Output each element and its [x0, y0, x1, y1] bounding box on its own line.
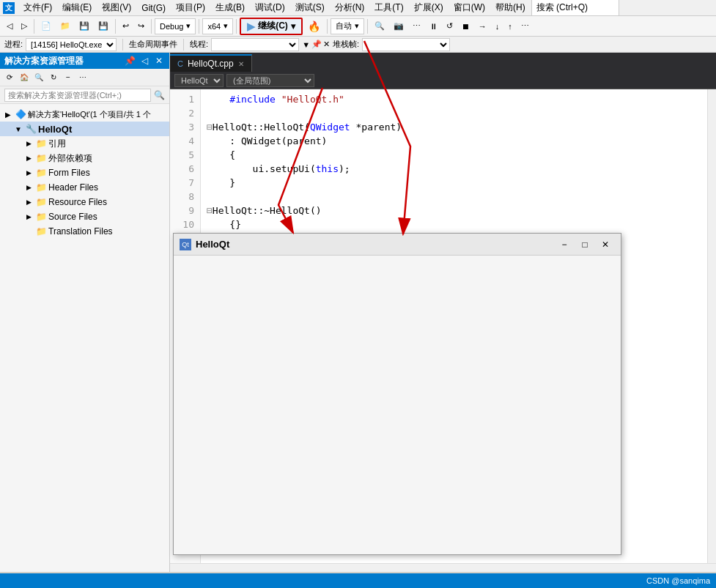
tb-more[interactable]: ⋯: [76, 71, 89, 84]
sidebar-title: 解决方案资源管理器: [4, 55, 84, 67]
toolbar-step-in[interactable]: ↓: [492, 18, 503, 34]
tb-collapse[interactable]: −: [62, 71, 75, 84]
toolbar-back[interactable]: ◁: [3, 18, 16, 34]
auto-hide-icon[interactable]: ◁: [139, 55, 150, 67]
auto-dropdown[interactable]: 自动 ▾: [331, 18, 364, 34]
toolbar-stop[interactable]: ⏹: [458, 18, 473, 34]
toolbar-new[interactable]: 📄: [37, 18, 55, 34]
tb-home[interactable]: 🏠: [18, 71, 31, 84]
ln-4: 4: [170, 134, 200, 148]
separator-7: [367, 19, 368, 34]
expand-icon: ▶: [3, 111, 13, 119]
tree-item-resource[interactable]: ▶ 📁 Resource Files: [0, 195, 169, 209]
separator: [122, 39, 123, 51]
scrollbar-vertical[interactable]: [707, 89, 716, 563]
toolbar-save[interactable]: 💾: [75, 18, 93, 34]
tab-close[interactable]: ✕: [238, 60, 244, 68]
separator-1: [34, 19, 34, 34]
toolbar-undo[interactable]: ↩: [119, 18, 133, 34]
tree-item-translation[interactable]: ▶ 📁 Translation Files: [0, 224, 169, 239]
menu-debug[interactable]: 调试(D): [251, 0, 289, 15]
solution-label: 解决方案'HelloQt'(1 个项目/共 1 个: [28, 109, 151, 120]
toolbar-step-out[interactable]: ↑: [504, 18, 516, 34]
tree-item-source[interactable]: ▶ 📁 Source Files: [0, 209, 169, 224]
tb-filter[interactable]: 🔍: [32, 71, 45, 84]
toolbar-step-over[interactable]: →: [475, 18, 490, 34]
search-input[interactable]: [4, 89, 151, 102]
menu-file[interactable]: 文件(F): [19, 0, 56, 15]
menu-project[interactable]: 项目(P): [171, 0, 210, 15]
sidebar-content: ▶ 🔷 解决方案'HelloQt'(1 个项目/共 1 个 ▼ 🔧 HelloQ…: [0, 104, 169, 572]
menubar: 文 文件(F) 编辑(E) 视图(V) Git(G) 项目(P) 生成(B) 调…: [0, 0, 716, 16]
scrollbar-horizontal[interactable]: [170, 563, 716, 572]
folder-icon-ref: 📁: [35, 138, 47, 149]
tb-refresh[interactable]: ↻: [47, 71, 60, 84]
toolbar-save-all[interactable]: 💾: [95, 18, 112, 34]
restore-button[interactable]: □: [575, 237, 594, 252]
menu-test[interactable]: 测试(S): [291, 0, 329, 15]
chevron-icon3: ▾: [355, 21, 359, 31]
tree-item-ref[interactable]: ▶ 📁 引用: [0, 136, 169, 151]
menu-tools[interactable]: 工具(T): [370, 0, 407, 15]
search-box[interactable]: 搜索 (Ctrl+Q): [531, 0, 619, 16]
project-item[interactable]: ▼ 🔧 HelloQt: [0, 122, 169, 136]
expand-ref: ▶: [23, 140, 34, 147]
menu-edit[interactable]: 编辑(E): [58, 0, 96, 15]
tab-helloqt-cpp[interactable]: C HelloQt.cpp ✕: [170, 54, 252, 72]
float-title-left: Qt HelloQt: [180, 239, 229, 250]
continue-label: 继续(C): [258, 20, 288, 32]
menu-window[interactable]: 窗口(W): [449, 0, 490, 15]
tree-item-form[interactable]: ▶ 📁 Form Files: [0, 165, 169, 180]
code-line-4: : QWidget(parent): [207, 134, 701, 148]
menu-view[interactable]: 视图(V): [97, 0, 136, 15]
continue-button[interactable]: ▶ 继续(C) ▾: [240, 18, 303, 35]
minimize-button[interactable]: −: [555, 237, 574, 252]
expand-header: ▶: [23, 184, 34, 191]
menu-build[interactable]: 生成(B): [211, 0, 249, 15]
folder-icon-resource: 📁: [35, 196, 47, 208]
tree-item-extern[interactable]: ▶ 📁 外部依赖项: [0, 151, 169, 165]
separator-4: [199, 19, 199, 34]
separator-5: [236, 19, 237, 34]
menu-git[interactable]: Git(G): [137, 1, 170, 15]
toolbar-search[interactable]: 🔍: [371, 18, 388, 34]
method-select[interactable]: (全局范围): [226, 74, 314, 87]
code-line-2: [207, 106, 701, 120]
editor-tabs: C HelloQt.cpp ✕: [170, 53, 716, 72]
tb-sync[interactable]: ⟳: [3, 71, 16, 84]
debug-config-dropdown[interactable]: Debug ▾: [155, 18, 196, 34]
toolbar-fire[interactable]: 🔥: [304, 18, 324, 34]
menu-analyze[interactable]: 分析(N): [331, 0, 369, 15]
resource-label: Resource Files: [48, 197, 107, 207]
menu-help[interactable]: 帮助(H): [491, 0, 530, 15]
editor-nav: HelloQt (全局范围): [170, 72, 716, 89]
toolbar-redo[interactable]: ↪: [134, 18, 148, 34]
solution-item[interactable]: ▶ 🔷 解决方案'HelloQt'(1 个项目/共 1 个: [0, 107, 169, 122]
toolbar: ◁ ▷ 📄 📁 💾 💾 ↩ ↪ Debug ▾ x64 ▾ ▶ 继续(C) ▾ …: [0, 16, 716, 37]
close-button[interactable]: ✕: [596, 237, 615, 252]
tree-item-header[interactable]: ▶ 📁 Header Files: [0, 180, 169, 195]
arch-dropdown[interactable]: x64 ▾: [202, 18, 233, 34]
pin-icon[interactable]: 📌: [124, 55, 136, 67]
ln-9: 9: [170, 204, 200, 217]
class-select[interactable]: HelloQt: [174, 74, 224, 87]
toolbar-pause[interactable]: ⏸: [426, 18, 441, 34]
expand-icon2: ▼: [13, 125, 23, 133]
ln-10: 10: [170, 217, 200, 231]
stack-select[interactable]: [362, 38, 450, 51]
float-titlebar: Qt HelloQt − □ ✕: [174, 234, 621, 256]
process-select[interactable]: [14156] HelloQt.exe: [26, 38, 117, 51]
close-icon[interactable]: ✕: [153, 55, 165, 67]
separator2: [183, 39, 184, 51]
toolbar-open[interactable]: 📁: [56, 18, 74, 34]
menu-extensions[interactable]: 扩展(X): [410, 0, 448, 15]
toolbar-more2[interactable]: ⋯: [517, 18, 533, 34]
toolbar-forward[interactable]: ▷: [18, 18, 31, 34]
toolbar-cam[interactable]: 📷: [390, 18, 407, 34]
form-label: Form Files: [48, 168, 90, 178]
project-label: HelloQt: [38, 124, 72, 135]
tab-label: HelloQt.cpp: [188, 59, 234, 69]
toolbar-restart[interactable]: ↺: [443, 18, 457, 34]
thread-select[interactable]: [211, 38, 299, 51]
toolbar-more1[interactable]: ⋯: [409, 18, 424, 34]
